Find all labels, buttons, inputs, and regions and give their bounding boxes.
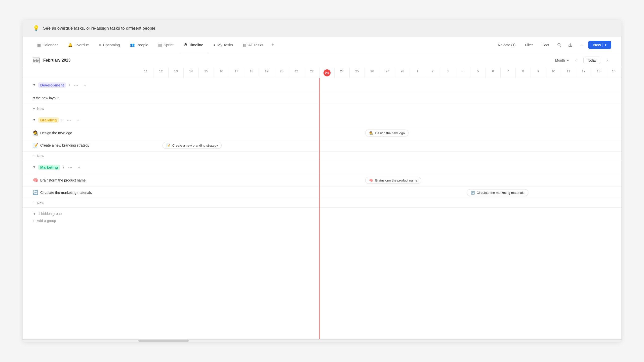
timeline-header: ▶▶ February 2023 Month ▾ ‹ Today ›	[23, 53, 621, 68]
nav-bar: ▦ Calendar 🔔 Overdue ≡ Upcoming 👥 People…	[23, 37, 621, 53]
filter-button[interactable]: Filter	[521, 41, 536, 49]
date-cell-4: 15	[199, 68, 214, 78]
banner-text: See all overdue tasks, or re-assign task…	[43, 26, 156, 31]
date-cell-23: 6	[486, 68, 501, 78]
nav-tab-label-people: People	[137, 43, 148, 47]
group-header-marketing[interactable]: ▼ Marketing 2 ••• +	[23, 160, 621, 174]
nav-tab-label-calendar: Calendar	[43, 43, 58, 47]
task-label-task-dev-1: rt the new layout	[23, 94, 138, 102]
nav-tab-icon-overdue: 🔔	[68, 43, 73, 47]
group-label-development: Development	[38, 82, 66, 88]
group-menu-marketing[interactable]: •••	[67, 164, 73, 170]
date-cell-22: 5	[470, 68, 486, 78]
add-group-button[interactable]: + Add a group	[33, 219, 611, 223]
no-date-button[interactable]: No date (1)	[494, 41, 519, 49]
group-chevron-marketing: ▼	[33, 165, 36, 169]
group-chevron-branding: ▼	[33, 118, 36, 122]
group-marketing: ▼ Marketing 2 ••• + 🧠Brainstorm the prod…	[23, 160, 621, 208]
date-cell-7: 18	[244, 68, 259, 78]
svg-point-2	[580, 44, 580, 45]
date-cell-5: 16	[214, 68, 229, 78]
nav-tab-sprint[interactable]: ▤ Sprint	[154, 41, 178, 49]
new-row-development[interactable]: +New	[23, 104, 621, 113]
hidden-group-row[interactable]: ▼ 1 hidden group	[33, 212, 611, 216]
group-count-branding: 3	[61, 118, 63, 122]
task-label-task-mkt-2: 🔄Circulate the marketing materials	[23, 188, 138, 197]
svg-line-1	[560, 46, 561, 47]
date-cell-19: 2	[425, 68, 440, 78]
month-selector[interactable]: Month ▾	[555, 58, 569, 62]
group-header-development[interactable]: ▼ Development 1 ••• +	[23, 78, 621, 92]
nav-tab-upcoming[interactable]: ≡ Upcoming	[94, 41, 124, 49]
search-button[interactable]	[555, 41, 564, 49]
timeline-month-title: February 2023	[43, 58, 71, 63]
prev-month-button[interactable]: ‹	[572, 57, 580, 64]
group-menu-development[interactable]: •••	[73, 82, 79, 88]
nav-tab-label-upcoming: Upcoming	[103, 43, 120, 47]
nav-tab-calendar[interactable]: ▦ Calendar	[33, 41, 62, 49]
sort-button[interactable]: Sort	[539, 41, 552, 49]
group-header-branding[interactable]: ▼ Branding 3 ••• +	[23, 113, 621, 127]
nav-tab-alltasks[interactable]: ▤ All Tasks	[238, 41, 268, 49]
more-button[interactable]	[577, 41, 586, 49]
new-row-marketing[interactable]: +New	[23, 199, 621, 207]
add-tab-button[interactable]: +	[269, 41, 277, 49]
task-row-task-mkt-2: 🔄Circulate the marketing materials🔄Circu…	[23, 186, 621, 199]
date-cell-3: 14	[184, 68, 199, 78]
task-label-task-brand-1: 🧑‍🎨Design the new logo	[23, 128, 138, 138]
nav-tab-label-alltasks: All Tasks	[248, 43, 263, 47]
date-cell-14: 25	[350, 68, 365, 78]
group-label-marketing: Marketing	[38, 165, 60, 170]
nav-tab-icon-upcoming: ≡	[99, 43, 101, 47]
task-chip-task-mkt-1[interactable]: 🧠Brainstorm the product name	[365, 177, 421, 184]
group-label-branding: Branding	[38, 117, 59, 123]
svg-point-4	[582, 44, 583, 45]
group-branding: ▼ Branding 3 ••• + 🧑‍🎨Design the new log…	[23, 113, 621, 160]
date-cell-0: 11	[138, 68, 153, 78]
banner: 💡 See all overdue tasks, or re-assign ta…	[23, 20, 621, 37]
nav-tab-mytasks[interactable]: ● My Tasks	[209, 41, 237, 49]
task-chip-task-mkt-2[interactable]: 🔄Circulate the marketing materials	[467, 189, 528, 196]
app-container: 💡 See all overdue tasks, or re-assign ta…	[23, 20, 621, 342]
group-count-marketing: 2	[63, 165, 64, 169]
date-row: 1112131415161718192021222324252627281234…	[23, 68, 621, 78]
task-chip-task-brand-2[interactable]: 📝Create a new branding strategy	[163, 142, 222, 149]
task-bar-task-dev-1	[138, 92, 621, 104]
date-cell-1: 12	[153, 68, 169, 78]
task-bar-task-brand-2: 📝Create a new branding strategy	[138, 139, 621, 151]
groups-area: ▼ Development 1 ••• + rt the new layout+…	[23, 78, 621, 339]
nav-tab-people[interactable]: 👥 People	[126, 41, 153, 49]
banner-icon: 💡	[33, 25, 39, 32]
today-button[interactable]: Today	[583, 57, 600, 64]
nav-tabs-container: ▦ Calendar 🔔 Overdue ≡ Upcoming 👥 People…	[33, 41, 268, 49]
group-add-branding[interactable]: +	[75, 117, 81, 123]
new-row-branding[interactable]: +New	[23, 151, 621, 160]
date-cells: 1112131415161718192021222324252627281234…	[138, 68, 621, 78]
group-chevron-development: ▼	[33, 83, 36, 87]
nav-actions: No date (1) Filter Sort New ▾	[494, 41, 611, 49]
group-menu-branding[interactable]: •••	[66, 117, 72, 123]
group-add-marketing[interactable]: +	[76, 164, 83, 170]
scroll-indicator	[23, 339, 621, 342]
nav-tab-icon-mytasks: ●	[213, 43, 216, 47]
nav-tab-timeline[interactable]: ⏱ Timeline	[179, 41, 208, 49]
task-title-task-mkt-2: Circulate the marketing materials	[40, 191, 92, 195]
group-add-development[interactable]: +	[82, 82, 88, 88]
date-cell-18: 1	[410, 68, 425, 78]
nav-tab-overdue[interactable]: 🔔 Overdue	[63, 41, 94, 49]
task-row-task-brand-2: 📝Create a new branding strategy📝Create a…	[23, 139, 621, 151]
import-button[interactable]	[566, 41, 575, 49]
timeline-expand-button[interactable]: ▶▶	[33, 58, 40, 63]
next-month-button[interactable]: ›	[604, 57, 611, 64]
task-chip-task-brand-1[interactable]: 🧑‍🎨Design the new logo	[365, 130, 409, 137]
task-title-task-brand-1: Design the new logo	[40, 131, 72, 135]
nav-tab-label-mytasks: My Tasks	[217, 43, 233, 47]
date-cell-9: 20	[274, 68, 289, 78]
date-cell-24: 7	[501, 68, 516, 78]
new-button[interactable]: New ▾	[588, 41, 611, 49]
group-count-development: 1	[68, 83, 70, 87]
nav-tab-label-sprint: Sprint	[164, 43, 173, 47]
task-row-task-brand-1: 🧑‍🎨Design the new logo🧑‍🎨Design the new …	[23, 127, 621, 139]
nav-tab-icon-people: 👥	[130, 43, 135, 47]
task-title-task-brand-2: Create a new branding strategy	[40, 143, 89, 147]
